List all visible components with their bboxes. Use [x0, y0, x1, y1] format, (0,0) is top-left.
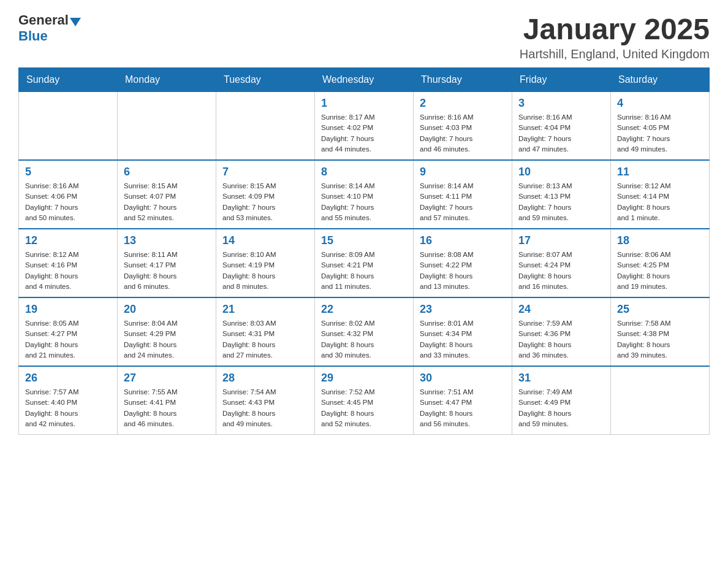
day-info: Sunrise: 8:04 AM Sunset: 4:29 PM Dayligh… — [124, 318, 210, 361]
day-info: Sunrise: 8:16 AM Sunset: 4:06 PM Dayligh… — [25, 181, 111, 223]
logo: General Blue — [18, 12, 81, 44]
day-info: Sunrise: 8:14 AM Sunset: 4:10 PM Dayligh… — [321, 181, 407, 223]
day-number: 17 — [518, 234, 604, 247]
calendar-day-10: 10Sunrise: 8:13 AM Sunset: 4:13 PM Dayli… — [512, 160, 611, 229]
day-number: 8 — [321, 166, 407, 178]
calendar-day-23: 23Sunrise: 8:01 AM Sunset: 4:34 PM Dayli… — [414, 297, 512, 366]
day-number: 7 — [222, 166, 308, 178]
calendar-day-17: 17Sunrise: 8:07 AM Sunset: 4:24 PM Dayli… — [512, 229, 611, 297]
day-info: Sunrise: 8:10 AM Sunset: 4:19 PM Dayligh… — [222, 250, 308, 292]
calendar-day-13: 13Sunrise: 8:11 AM Sunset: 4:17 PM Dayli… — [118, 229, 216, 297]
calendar-week-row: 1Sunrise: 8:17 AM Sunset: 4:02 PM Daylig… — [19, 92, 710, 161]
calendar-day-14: 14Sunrise: 8:10 AM Sunset: 4:19 PM Dayli… — [216, 229, 315, 297]
day-number: 14 — [222, 234, 308, 247]
day-info: Sunrise: 7:57 AM Sunset: 4:40 PM Dayligh… — [25, 387, 111, 429]
weekday-header-monday: Monday — [118, 68, 216, 92]
calendar-day-16: 16Sunrise: 8:08 AM Sunset: 4:22 PM Dayli… — [414, 229, 512, 297]
calendar-header-row: SundayMondayTuesdayWednesdayThursdayFrid… — [19, 68, 710, 92]
day-info: Sunrise: 7:52 AM Sunset: 4:45 PM Dayligh… — [321, 387, 407, 429]
day-number: 13 — [124, 234, 210, 247]
day-number: 30 — [420, 372, 506, 385]
day-info: Sunrise: 7:54 AM Sunset: 4:43 PM Dayligh… — [222, 387, 308, 429]
day-info: Sunrise: 8:12 AM Sunset: 4:16 PM Dayligh… — [25, 250, 111, 292]
calendar-day-3: 3Sunrise: 8:16 AM Sunset: 4:04 PM Daylig… — [512, 92, 611, 161]
calendar-day-19: 19Sunrise: 8:05 AM Sunset: 4:27 PM Dayli… — [19, 297, 118, 366]
calendar-day-12: 12Sunrise: 8:12 AM Sunset: 4:16 PM Dayli… — [19, 229, 118, 297]
calendar-day-31: 31Sunrise: 7:49 AM Sunset: 4:49 PM Dayli… — [512, 366, 611, 435]
day-info: Sunrise: 8:12 AM Sunset: 4:14 PM Dayligh… — [617, 181, 703, 223]
calendar-day-24: 24Sunrise: 7:59 AM Sunset: 4:36 PM Dayli… — [512, 297, 611, 366]
day-info: Sunrise: 8:16 AM Sunset: 4:04 PM Dayligh… — [518, 112, 604, 155]
calendar-day-4: 4Sunrise: 8:16 AM Sunset: 4:05 PM Daylig… — [611, 92, 710, 161]
day-info: Sunrise: 8:16 AM Sunset: 4:03 PM Dayligh… — [420, 112, 506, 155]
day-number: 12 — [25, 234, 111, 247]
day-number: 22 — [321, 303, 407, 316]
weekday-header-tuesday: Tuesday — [216, 68, 315, 92]
calendar-week-row: 26Sunrise: 7:57 AM Sunset: 4:40 PM Dayli… — [19, 366, 710, 435]
day-number: 27 — [124, 372, 210, 385]
calendar-empty-cell — [216, 92, 315, 161]
day-number: 16 — [420, 234, 506, 247]
month-title: January 2025 — [520, 12, 710, 46]
calendar-day-28: 28Sunrise: 7:54 AM Sunset: 4:43 PM Dayli… — [216, 366, 315, 435]
day-number: 2 — [420, 97, 506, 110]
calendar-day-21: 21Sunrise: 8:03 AM Sunset: 4:31 PM Dayli… — [216, 297, 315, 366]
calendar-day-20: 20Sunrise: 8:04 AM Sunset: 4:29 PM Dayli… — [118, 297, 216, 366]
day-info: Sunrise: 7:58 AM Sunset: 4:38 PM Dayligh… — [617, 318, 703, 361]
day-info: Sunrise: 8:13 AM Sunset: 4:13 PM Dayligh… — [518, 181, 604, 223]
day-number: 15 — [321, 234, 407, 247]
logo-blue: Blue — [18, 28, 48, 44]
day-number: 21 — [222, 303, 308, 316]
day-info: Sunrise: 7:59 AM Sunset: 4:36 PM Dayligh… — [518, 318, 604, 361]
calendar-day-2: 2Sunrise: 8:16 AM Sunset: 4:03 PM Daylig… — [414, 92, 512, 161]
calendar-day-25: 25Sunrise: 7:58 AM Sunset: 4:38 PM Dayli… — [611, 297, 710, 366]
day-number: 25 — [617, 303, 703, 316]
day-info: Sunrise: 8:17 AM Sunset: 4:02 PM Dayligh… — [321, 112, 407, 155]
weekday-header-thursday: Thursday — [414, 68, 512, 92]
day-number: 20 — [124, 303, 210, 316]
day-number: 19 — [25, 303, 111, 316]
calendar-day-22: 22Sunrise: 8:02 AM Sunset: 4:32 PM Dayli… — [315, 297, 414, 366]
weekday-header-wednesday: Wednesday — [315, 68, 414, 92]
day-info: Sunrise: 7:49 AM Sunset: 4:49 PM Dayligh… — [518, 387, 604, 429]
day-number: 24 — [518, 303, 604, 316]
weekday-header-friday: Friday — [512, 68, 611, 92]
calendar-week-row: 5Sunrise: 8:16 AM Sunset: 4:06 PM Daylig… — [19, 160, 710, 229]
day-info: Sunrise: 8:03 AM Sunset: 4:31 PM Dayligh… — [222, 318, 308, 361]
day-number: 1 — [321, 97, 407, 110]
logo-general: General — [18, 12, 69, 28]
calendar-table: SundayMondayTuesdayWednesdayThursdayFrid… — [18, 67, 710, 435]
day-info: Sunrise: 8:01 AM Sunset: 4:34 PM Dayligh… — [420, 318, 506, 361]
day-number: 10 — [518, 166, 604, 178]
day-info: Sunrise: 7:55 AM Sunset: 4:41 PM Dayligh… — [124, 387, 210, 429]
day-number: 9 — [420, 166, 506, 178]
logo-arrow-icon — [70, 18, 81, 26]
day-info: Sunrise: 8:15 AM Sunset: 4:09 PM Dayligh… — [222, 181, 308, 223]
calendar-day-27: 27Sunrise: 7:55 AM Sunset: 4:41 PM Dayli… — [118, 366, 216, 435]
day-number: 3 — [518, 97, 604, 110]
calendar-day-15: 15Sunrise: 8:09 AM Sunset: 4:21 PM Dayli… — [315, 229, 414, 297]
calendar-day-6: 6Sunrise: 8:15 AM Sunset: 4:07 PM Daylig… — [118, 160, 216, 229]
day-number: 11 — [617, 166, 703, 178]
day-number: 28 — [222, 372, 308, 385]
day-info: Sunrise: 8:08 AM Sunset: 4:22 PM Dayligh… — [420, 250, 506, 292]
calendar-day-30: 30Sunrise: 7:51 AM Sunset: 4:47 PM Dayli… — [414, 366, 512, 435]
day-number: 18 — [617, 234, 703, 247]
calendar-day-11: 11Sunrise: 8:12 AM Sunset: 4:14 PM Dayli… — [611, 160, 710, 229]
day-info: Sunrise: 8:16 AM Sunset: 4:05 PM Dayligh… — [617, 112, 703, 155]
day-number: 31 — [518, 372, 604, 385]
calendar-day-29: 29Sunrise: 7:52 AM Sunset: 4:45 PM Dayli… — [315, 366, 414, 435]
day-number: 23 — [420, 303, 506, 316]
location: Hartshill, England, United Kingdom — [520, 47, 710, 61]
calendar-empty-cell — [611, 366, 710, 435]
day-info: Sunrise: 7:51 AM Sunset: 4:47 PM Dayligh… — [420, 387, 506, 429]
day-number: 26 — [25, 372, 111, 385]
weekday-header-saturday: Saturday — [611, 68, 710, 92]
day-number: 29 — [321, 372, 407, 385]
page-header: General Blue January 2025 Hartshill, Eng… — [18, 12, 710, 61]
day-info: Sunrise: 8:09 AM Sunset: 4:21 PM Dayligh… — [321, 250, 407, 292]
day-info: Sunrise: 8:06 AM Sunset: 4:25 PM Dayligh… — [617, 250, 703, 292]
weekday-header-sunday: Sunday — [19, 68, 118, 92]
calendar-day-9: 9Sunrise: 8:14 AM Sunset: 4:11 PM Daylig… — [414, 160, 512, 229]
day-info: Sunrise: 8:02 AM Sunset: 4:32 PM Dayligh… — [321, 318, 407, 361]
